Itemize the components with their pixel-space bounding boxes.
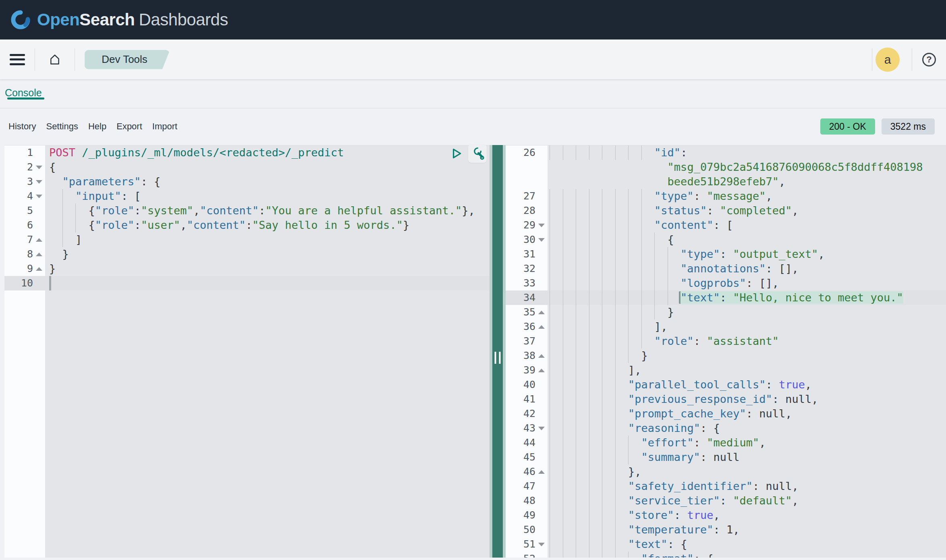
code-content[interactable]: "id": [548, 145, 946, 160]
code-content[interactable]: "type": "output_text", [548, 247, 946, 261]
code-content[interactable]: "status": "completed", [548, 203, 946, 218]
indent-guide [563, 319, 563, 334]
code-content[interactable]: {"role":"user","content":"Say hello in 5… [45, 218, 490, 232]
code-content[interactable]: "logprobs": [], [548, 276, 946, 290]
code-content[interactable]: "format": { [548, 552, 946, 558]
indent-guide [602, 348, 602, 363]
line-number: 6 [4, 218, 33, 232]
code-content[interactable]: "parallel_tool_calls": true, [548, 377, 946, 392]
fold-toggle-icon[interactable] [535, 427, 548, 430]
indent-guide [589, 203, 589, 218]
fold-toggle-icon[interactable] [535, 354, 548, 358]
code-content[interactable]: "safety_identifier": null, [548, 479, 946, 494]
indent-guide [576, 465, 576, 479]
avatar[interactable]: a [875, 48, 900, 72]
indent-guide [615, 407, 616, 421]
code-content[interactable]: "annotations": [], [548, 261, 946, 276]
breadcrumb-dev-tools[interactable]: Dev Tools [85, 50, 170, 69]
fold-toggle-icon[interactable] [33, 166, 45, 169]
token-pn: : [720, 291, 733, 304]
code-content[interactable]: "content": [ [548, 218, 946, 232]
indent-guide [654, 261, 655, 276]
code-content[interactable]: } [548, 348, 946, 363]
menu-item-import[interactable]: Import [152, 121, 177, 132]
response-viewer[interactable]: 26 "id": "msg_079bc2a5416876090068c5f8dd… [506, 145, 946, 558]
code-content[interactable]: "role": "assistant" [548, 334, 946, 348]
code-line: 38 } [506, 348, 946, 363]
code-content[interactable]: {"role":"system","content":"You are a he… [45, 203, 490, 218]
token-pn: { [668, 233, 674, 246]
fold-toggle-icon[interactable] [535, 543, 548, 546]
help-icon[interactable]: ? [922, 53, 936, 66]
code-content[interactable]: { [45, 160, 490, 174]
menu-item-settings[interactable]: Settings [46, 121, 78, 132]
code-line: 43 "reasoning": { [506, 421, 946, 436]
code-line: 33 "logprobs": [], [506, 276, 946, 290]
code-content[interactable]: "reasoning": { [548, 421, 946, 436]
gutter: 52 [506, 552, 548, 558]
indent-guide [563, 247, 563, 261]
indent-guide [615, 421, 616, 436]
pane-splitter[interactable] [490, 145, 506, 558]
menu-item-export[interactable]: Export [116, 121, 142, 132]
wrench-icon [470, 146, 485, 161]
code-content[interactable]: ] [45, 232, 490, 247]
line-number: 38 [506, 348, 535, 363]
code-content[interactable]: "service_tier": "default", [548, 494, 946, 508]
code-content[interactable]: "parameters": { [45, 174, 490, 189]
indent-guide [615, 319, 616, 334]
fold-toggle-icon[interactable] [535, 224, 548, 227]
indent-guide [615, 552, 616, 558]
play-icon [450, 147, 463, 160]
code-content[interactable]: POST /_plugins/_ml/models/<redacted>/_pr… [45, 145, 490, 160]
code-content[interactable]: "type": "message", [548, 189, 946, 203]
menu-item-history[interactable]: History [8, 121, 36, 132]
fold-toggle-icon[interactable] [535, 470, 548, 474]
line-number: 44 [506, 436, 535, 450]
code-content[interactable]: "effort": "medium", [548, 436, 946, 450]
code-content[interactable]: { [548, 232, 946, 247]
request-options-button[interactable] [468, 144, 487, 163]
fold-toggle-icon[interactable] [535, 311, 548, 314]
code-content[interactable]: beede51b298efeb7", [548, 174, 946, 189]
fold-toggle-icon[interactable] [535, 238, 548, 242]
code-content[interactable] [45, 276, 490, 290]
gutter: 4 [4, 189, 45, 203]
code-content[interactable]: "text": { [548, 537, 946, 552]
indent-guide [589, 189, 589, 203]
code-content[interactable]: "msg_079bc2a5416876090068c5f8ddff408198 [548, 160, 946, 174]
fold-toggle-icon[interactable] [33, 195, 45, 198]
code-content[interactable]: } [45, 261, 490, 276]
indent-guide [563, 465, 563, 479]
indent-guide [550, 392, 550, 407]
indent-guide [615, 494, 616, 508]
code-content[interactable]: ], [548, 319, 946, 334]
tab-console[interactable]: Console [5, 87, 42, 99]
fold-toggle-icon[interactable] [33, 267, 45, 271]
fold-toggle-icon[interactable] [33, 253, 45, 256]
code-content[interactable]: }, [548, 465, 946, 479]
code-content[interactable]: "previous_response_id": null, [548, 392, 946, 407]
fold-toggle-icon[interactable] [535, 369, 548, 372]
code-content[interactable]: } [45, 247, 490, 261]
code-content[interactable]: "input": [ [45, 189, 490, 203]
fold-toggle-icon[interactable] [535, 325, 548, 329]
code-content[interactable]: } [548, 305, 946, 319]
code-line: 47 "safety_identifier": null, [506, 479, 946, 494]
request-editor[interactable]: 1POST /_plugins/_ml/models/<redacted>/_p… [4, 145, 490, 558]
code-content[interactable]: "text": "Hello, nice to meet you." [548, 290, 946, 305]
home-button[interactable] [48, 53, 61, 66]
indent-guide [576, 436, 576, 450]
code-content[interactable]: ], [548, 363, 946, 377]
code-content[interactable]: "prompt_cache_key": null, [548, 407, 946, 421]
line-number: 46 [506, 465, 535, 479]
send-request-button[interactable] [447, 144, 466, 163]
menu-item-help[interactable]: Help [88, 121, 106, 132]
code-content[interactable]: "store": true, [548, 508, 946, 523]
fold-toggle-icon[interactable] [33, 180, 45, 184]
code-content[interactable]: "summary": null [548, 450, 946, 465]
token-str: "msg_079bc2a5416876090068c5f8ddff408198 [668, 161, 923, 173]
fold-toggle-icon[interactable] [33, 238, 45, 242]
menu-icon[interactable] [10, 54, 25, 65]
code-content[interactable]: "temperature": 1, [548, 523, 946, 537]
